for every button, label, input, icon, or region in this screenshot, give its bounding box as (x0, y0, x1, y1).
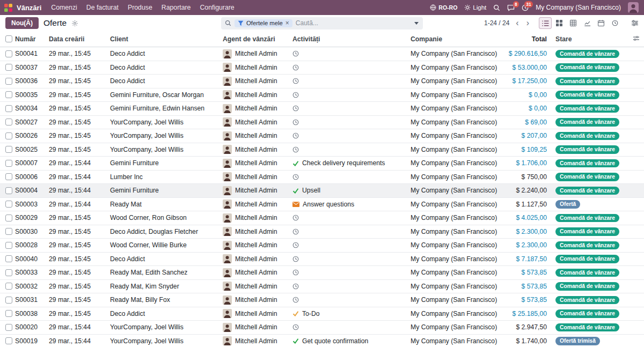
activity-clock-icon[interactable] (292, 119, 299, 125)
activity-cell[interactable] (292, 242, 411, 248)
row-checkbox[interactable] (5, 119, 12, 125)
kanban-view-icon[interactable] (553, 17, 566, 29)
row-checkbox[interactable] (5, 337, 12, 344)
activity-cell[interactable] (292, 50, 411, 57)
activity-check-green-icon[interactable] (292, 188, 299, 194)
menu-de-facturat[interactable]: De facturat (86, 4, 119, 11)
row-checkbox[interactable] (5, 201, 12, 208)
row-checkbox[interactable] (5, 255, 12, 262)
activity-cell[interactable] (292, 105, 411, 112)
company-switcher[interactable]: My Company (San Francisco) (536, 4, 621, 11)
activity-clock-icon[interactable] (292, 269, 299, 276)
row-checkbox[interactable] (5, 269, 12, 276)
search-facet[interactable]: Ofertele mele × (235, 19, 292, 27)
activity-cell[interactable] (292, 146, 411, 153)
pivot-view-icon[interactable] (567, 17, 580, 29)
activity-cell[interactable] (292, 283, 411, 290)
table-row[interactable]: S0003029 mar., 15:45Deco Addict, Douglas… (0, 225, 644, 239)
new-button[interactable]: Nou(Ă) (5, 17, 39, 29)
header-state[interactable]: Stare (551, 35, 644, 43)
row-checkbox[interactable] (5, 78, 12, 85)
facet-remove-icon[interactable]: × (286, 20, 289, 26)
activity-cell[interactable] (292, 132, 411, 139)
search-dropdown-caret-icon[interactable] (414, 22, 419, 25)
activity-cell[interactable]: Upsell (292, 187, 411, 194)
header-number[interactable]: Număr (15, 35, 49, 43)
search-input[interactable] (296, 19, 411, 27)
activity-clock-icon[interactable] (292, 256, 299, 262)
row-checkbox[interactable] (5, 50, 12, 57)
column-options-icon[interactable] (633, 35, 640, 41)
activity-cell[interactable]: Check delivery requirements (292, 159, 411, 167)
activity-clock-icon[interactable] (292, 242, 299, 248)
header-agent[interactable]: Agent de vânzări (223, 35, 292, 43)
row-checkbox[interactable] (5, 215, 12, 221)
row-checkbox[interactable] (5, 64, 12, 71)
menu-raportare[interactable]: Raportare (162, 4, 191, 11)
activity-cell[interactable] (292, 78, 411, 84)
activity-cell[interactable] (292, 297, 411, 303)
table-row[interactable]: S0003429 mar., 15:45Gemini Furniture, Ed… (0, 102, 644, 116)
row-checkbox[interactable] (5, 297, 12, 304)
language-switcher[interactable]: RO-RO (430, 4, 457, 11)
table-row[interactable]: S0000729 mar., 15:44Gemini FurnitureMitc… (0, 157, 644, 171)
row-checkbox[interactable] (5, 324, 12, 331)
row-checkbox[interactable] (5, 105, 12, 112)
activity-clock-icon[interactable] (292, 105, 299, 112)
table-row[interactable]: S0003729 mar., 15:45Deco AddictMitchell … (0, 61, 644, 75)
row-checkbox[interactable] (5, 283, 12, 290)
row-checkbox[interactable] (5, 228, 12, 235)
menu-configurare[interactable]: Configurare (200, 4, 234, 11)
activity-cell[interactable]: Answer questions (292, 201, 411, 208)
pager-next-icon[interactable]: › (524, 19, 531, 27)
activity-check-green-icon[interactable] (292, 160, 299, 166)
activity-clock-icon[interactable] (292, 132, 299, 139)
table-row[interactable]: S0002929 mar., 15:45Wood Corner, Ron Gib… (0, 211, 644, 225)
table-row[interactable]: S0003129 mar., 15:45Ready Mat, Billy Fox… (0, 293, 644, 307)
row-checkbox[interactable] (5, 91, 12, 98)
systray-search-icon[interactable] (493, 4, 500, 11)
row-checkbox[interactable] (5, 146, 12, 153)
activities-icon[interactable]: 31 (522, 4, 529, 11)
activity-clock-icon[interactable] (292, 92, 299, 98)
activity-clock-icon[interactable] (292, 283, 299, 290)
user-avatar[interactable] (628, 2, 639, 13)
theme-toggle[interactable]: Light (464, 4, 486, 11)
table-row[interactable]: S0004029 mar., 15:45Deco AddictMitchell … (0, 253, 644, 267)
activity-clock-icon[interactable] (292, 146, 299, 153)
menu-comenzi[interactable]: Comenzi (51, 4, 77, 11)
activity-cell[interactable] (292, 92, 411, 98)
menu-produse[interactable]: Produse (128, 4, 152, 11)
row-checkbox[interactable] (5, 160, 12, 167)
activity-cell[interactable] (292, 64, 411, 71)
activity-check-green-icon[interactable] (292, 338, 299, 344)
table-row[interactable]: S0002729 mar., 15:45YourCompany, Joel Wi… (0, 116, 644, 130)
activity-cell[interactable] (292, 256, 411, 262)
header-client[interactable]: Client (110, 35, 223, 43)
panel-toggle-icon[interactable] (631, 20, 639, 26)
activity-cell[interactable] (292, 215, 411, 221)
row-checkbox[interactable] (5, 187, 12, 194)
activity-cell[interactable]: Get quote confirmation (292, 337, 411, 345)
table-row[interactable]: S0002029 mar., 15:44YourCompany, Joel Wi… (0, 321, 644, 335)
select-all-checkbox[interactable] (5, 35, 12, 42)
activity-cell[interactable] (292, 228, 411, 235)
table-row[interactable]: S0000629 mar., 15:44Lumber IncMitchell A… (0, 171, 644, 184)
header-activities[interactable]: Activități (292, 35, 411, 43)
activity-check-orange-icon[interactable] (292, 311, 299, 316)
row-checkbox[interactable] (5, 310, 12, 317)
calendar-view-icon[interactable] (595, 17, 608, 29)
activity-cell[interactable] (292, 324, 411, 330)
table-row[interactable]: S0000429 mar., 15:44Gemini FurnitureMitc… (0, 184, 644, 198)
activity-clock-icon[interactable] (292, 228, 299, 235)
activity-clock-icon[interactable] (292, 50, 299, 57)
header-created[interactable]: Data creării (49, 35, 110, 43)
activity-cell[interactable] (292, 174, 411, 180)
activity-clock-icon[interactable] (292, 324, 299, 330)
header-company[interactable]: Companie (411, 35, 502, 43)
activity-clock-icon[interactable] (292, 215, 299, 221)
activity-cell[interactable]: To-Do (292, 310, 411, 317)
table-row[interactable]: S0003229 mar., 15:45Ready Mat, Kim Snyde… (0, 280, 644, 294)
list-view-icon[interactable] (539, 17, 552, 29)
table-row[interactable]: S0003329 mar., 15:45Ready Mat, Edith San… (0, 266, 644, 280)
